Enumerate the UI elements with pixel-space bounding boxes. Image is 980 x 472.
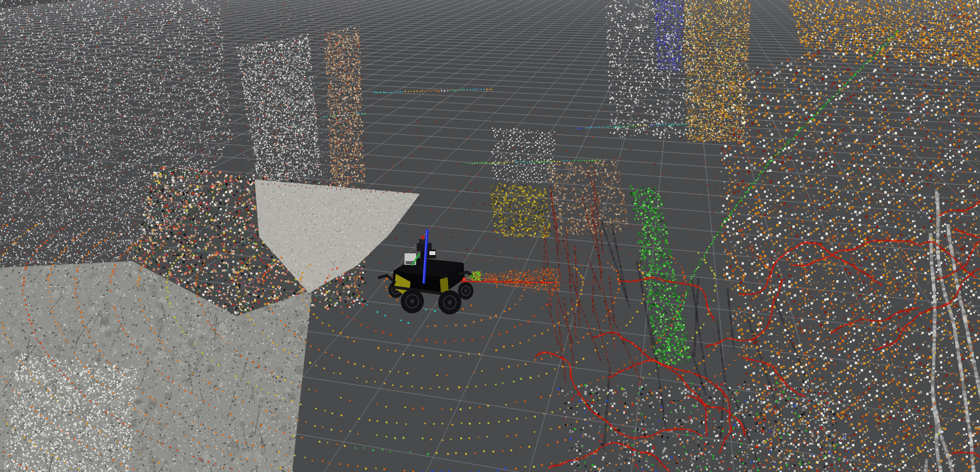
rviz-3d-viewport[interactable]	[0, 0, 980, 472]
pointcloud-canvas[interactable]	[0, 0, 980, 472]
